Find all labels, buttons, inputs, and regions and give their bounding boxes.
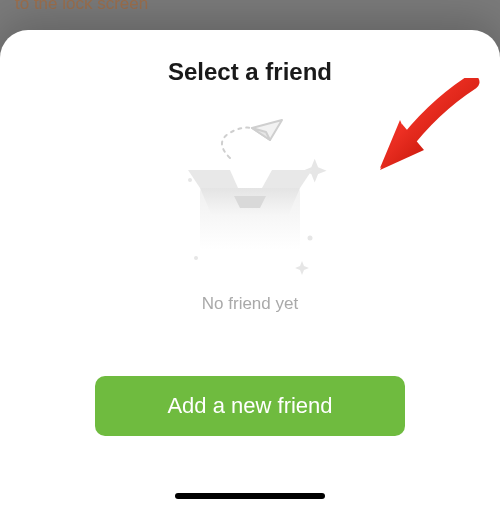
empty-state: No friend yet (160, 118, 340, 314)
svg-point-2 (194, 256, 198, 260)
friend-select-sheet: Select a friend (0, 30, 500, 509)
background-partial-text: to the lock screen (15, 0, 148, 14)
sheet-title: Select a friend (168, 58, 332, 86)
empty-inbox-icon (160, 118, 340, 288)
svg-point-1 (308, 236, 313, 241)
add-friend-button[interactable]: Add a new friend (95, 376, 405, 436)
svg-point-0 (188, 178, 192, 182)
home-indicator[interactable] (175, 493, 325, 499)
empty-state-caption: No friend yet (202, 294, 298, 314)
